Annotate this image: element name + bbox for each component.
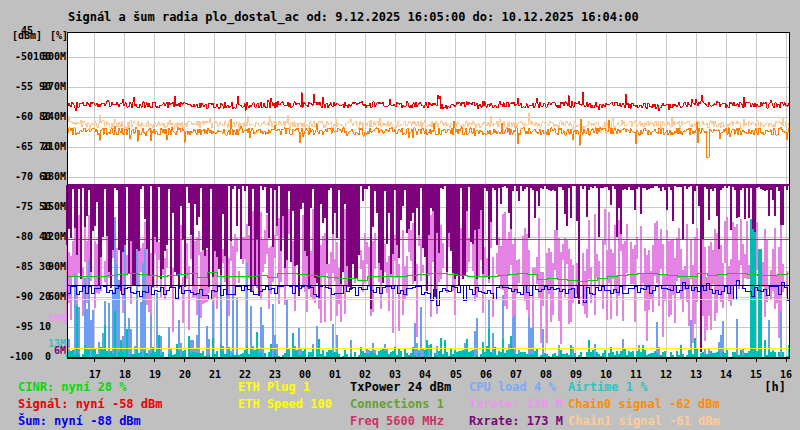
- legend-txrate: Txrate: 130 M: [469, 398, 563, 411]
- axis-label: 180M: [28, 171, 66, 183]
- axis-label: 270M: [28, 81, 66, 93]
- legend-signal: Signál: nyní -58 dBm: [18, 398, 163, 411]
- legend-noise: Šum: nyní -88 dBm: [18, 415, 141, 428]
- legend-cpu-load: CPU load 4 %: [469, 381, 556, 394]
- legend-txpower: TxPower 24 dBm: [350, 381, 451, 394]
- axis-label: 13: [684, 369, 708, 381]
- axis-label: 39M: [28, 313, 66, 325]
- axis-label: 12: [654, 369, 678, 381]
- axis-label: 60M: [28, 291, 66, 303]
- axis-label: 240M: [28, 111, 66, 123]
- axis-label: 300M: [28, 51, 66, 63]
- axis-unit-pct: [%]: [50, 30, 68, 42]
- legend-chain1: Chain1 signal -61 dBm: [568, 415, 720, 428]
- axis-label: 90M: [28, 261, 66, 273]
- axis-label: 19: [143, 369, 167, 381]
- axis-label: 14: [714, 369, 738, 381]
- axis-label: 150M: [28, 201, 66, 213]
- axis-label: 01: [323, 369, 347, 381]
- legend-connections: Connections 1: [350, 398, 444, 411]
- legend-eth-plug: ETH Plug 1: [238, 381, 310, 394]
- legend-cinr: CINR: nyní 28 %: [18, 381, 126, 394]
- axis-label: 21: [203, 369, 227, 381]
- hour-unit-label: [h]: [755, 381, 786, 394]
- mrtg-graph-window: Signál a šum radia plo_dostal_ac od: 9.1…: [0, 0, 800, 430]
- legend-chain0: Chain0 signal -62 dBm: [568, 398, 720, 411]
- legend-freq: Freq 5600 MHz: [350, 415, 444, 428]
- legend-airtime: Airtime 1 %: [568, 381, 647, 394]
- axis-label: 20: [173, 369, 197, 381]
- chart-canvas: [0, 0, 800, 430]
- legend-rxrate: Rxrate: 173 M: [469, 415, 563, 428]
- axis-label: 210M: [28, 141, 66, 153]
- axis-label: 120M: [28, 231, 66, 243]
- axis-top-overlay-label: 45: [21, 25, 33, 37]
- legend-eth-speed: ETH Speed 100: [238, 398, 332, 411]
- axis-label: 6M: [28, 345, 66, 357]
